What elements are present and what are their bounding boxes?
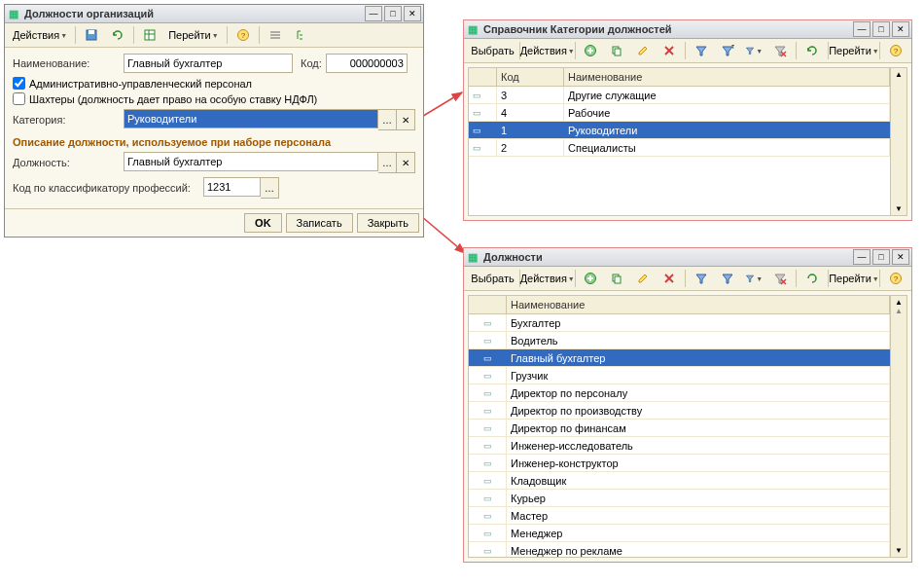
table-row[interactable]: ▭Инженер-исследователь xyxy=(469,437,890,455)
close-button[interactable]: ✕ xyxy=(404,6,421,21)
actions-menu[interactable]: Действия▼ xyxy=(523,268,572,289)
filter1-icon[interactable] xyxy=(689,268,714,289)
category-input[interactable]: Руководители xyxy=(124,109,378,128)
titlebar[interactable]: ▦ Должности — □ ✕ xyxy=(464,248,911,267)
footer: OK Записать Закрыть xyxy=(5,208,423,237)
edit-icon[interactable] xyxy=(630,40,656,61)
table-row[interactable]: ▭Директор по персоналу xyxy=(469,384,890,402)
col-name[interactable]: Наименование xyxy=(564,68,890,86)
table-row[interactable]: ▭Главный бухгалтер xyxy=(469,349,890,367)
table-row[interactable]: ▭Грузчик xyxy=(469,367,890,384)
table-row[interactable]: ▭1Руководители xyxy=(469,122,890,139)
table-row[interactable]: ▭Менеджер по рекламе xyxy=(469,542,890,557)
list-icon[interactable] xyxy=(263,24,288,46)
save-button[interactable]: Записать xyxy=(286,213,353,233)
help-icon[interactable]: ? xyxy=(231,24,256,46)
position-input[interactable]: Главный бухгалтер xyxy=(124,152,378,171)
maximize-button[interactable]: □ xyxy=(872,21,890,37)
close-form-button[interactable]: Закрыть xyxy=(357,213,419,233)
filter-menu-icon[interactable]: ▼ xyxy=(741,268,766,289)
position-label: Должность: xyxy=(13,157,124,168)
position-clear-button[interactable]: ✕ xyxy=(397,152,415,173)
refresh-icon[interactable] xyxy=(105,24,130,46)
filter2-icon[interactable] xyxy=(715,268,740,289)
form: Наименование: Главный бухгалтер Код: 000… xyxy=(5,48,423,208)
help-icon[interactable]: ? xyxy=(883,268,908,289)
position-lookup-button[interactable]: … xyxy=(378,152,397,173)
filter-menu-icon[interactable]: ▼ xyxy=(741,40,766,61)
table-row[interactable]: ▭2Специалисты xyxy=(469,139,890,157)
tree-icon[interactable] xyxy=(289,24,314,46)
chk-miners[interactable]: Шахтеры (должность дает право на особую … xyxy=(13,92,415,105)
col-icon[interactable] xyxy=(469,296,507,313)
delete-icon[interactable] xyxy=(657,40,682,61)
select-button[interactable]: Выбрать xyxy=(467,40,516,61)
table-row[interactable]: ▭Менеджер xyxy=(469,525,890,542)
col-code[interactable]: Код xyxy=(497,68,564,86)
col-name[interactable]: Наименование xyxy=(507,296,890,313)
win-positions-org: ▦ Должности организаций — □ ✕ Действия▼ … xyxy=(4,4,424,238)
title: Должности организаций xyxy=(20,8,363,19)
help-icon[interactable]: ? xyxy=(883,40,908,61)
filter-clear-icon[interactable] xyxy=(767,40,793,61)
svg-text:?: ? xyxy=(240,31,245,40)
add-icon[interactable] xyxy=(578,40,603,61)
filter1-icon[interactable] xyxy=(689,40,714,61)
table-icon: ▦ xyxy=(466,251,480,264)
category-lookup-button[interactable]: … xyxy=(378,109,397,130)
chk-admin[interactable]: Административно-управленческий персонал xyxy=(13,77,415,90)
scrollbar[interactable]: ▲▲▼ xyxy=(890,296,906,557)
delete-icon[interactable] xyxy=(657,268,682,289)
table-row[interactable]: ▭Водитель xyxy=(469,332,890,349)
classifier-lookup-button[interactable]: … xyxy=(261,177,279,199)
close-button[interactable]: ✕ xyxy=(892,21,909,37)
goto-menu[interactable]: Перейти▼ xyxy=(163,24,224,46)
titlebar[interactable]: ▦ Должности организаций — □ ✕ xyxy=(5,5,423,23)
svg-text:?: ? xyxy=(894,47,899,55)
maximize-button[interactable]: □ xyxy=(384,6,402,21)
toolbar: Выбрать Действия▼ ▼ Перейти▼ ? xyxy=(464,267,911,291)
maximize-button[interactable]: □ xyxy=(872,249,890,265)
scrollbar[interactable]: ▲▼ xyxy=(890,68,906,215)
copy-icon[interactable] xyxy=(604,40,629,61)
name-input[interactable]: Главный бухгалтер xyxy=(124,54,293,73)
table-row[interactable]: ▭Инженер-конструктор xyxy=(469,455,890,472)
spreadsheet-icon[interactable] xyxy=(137,24,162,46)
minimize-button[interactable]: — xyxy=(365,6,382,21)
table-row[interactable]: ▭4Рабочие xyxy=(469,104,890,122)
goto-menu[interactable]: Перейти▼ xyxy=(832,40,877,61)
ok-button[interactable]: OK xyxy=(244,213,282,233)
table-row[interactable]: ▭Курьер xyxy=(469,490,890,507)
code-label: Код: xyxy=(301,57,322,69)
table-row[interactable]: ▭Директор по производству xyxy=(469,402,890,420)
add-icon[interactable] xyxy=(578,268,603,289)
goto-menu[interactable]: Перейти▼ xyxy=(832,268,877,289)
code-input[interactable]: 000000003 xyxy=(326,54,408,73)
minimize-button[interactable]: — xyxy=(853,249,871,265)
save-icon[interactable] xyxy=(79,24,104,46)
table-row[interactable]: ▭Кладовщик xyxy=(469,472,890,490)
titlebar[interactable]: ▦ Справочник Категории должностей — □ ✕ xyxy=(464,20,911,39)
edit-icon[interactable] xyxy=(630,268,656,289)
table-row[interactable]: ▭Бухгалтер xyxy=(469,314,890,332)
table-row[interactable]: ▭3Другие служащие xyxy=(469,87,890,104)
filter2-icon[interactable]: T xyxy=(715,40,740,61)
copy-icon[interactable] xyxy=(604,268,629,289)
select-button[interactable]: Выбрать xyxy=(467,268,516,289)
grid-header: Код Наименование xyxy=(469,68,890,87)
minimize-button[interactable]: — xyxy=(853,21,871,37)
actions-menu[interactable]: Действия▼ xyxy=(8,24,72,46)
table-icon: ▦ xyxy=(466,23,480,36)
filter-clear-icon[interactable] xyxy=(767,268,793,289)
refresh-icon[interactable] xyxy=(800,268,825,289)
actions-menu[interactable]: Действия▼ xyxy=(523,40,572,61)
category-clear-button[interactable]: ✕ xyxy=(397,109,415,130)
title: Справочник Категории должностей xyxy=(480,23,851,35)
close-button[interactable]: ✕ xyxy=(892,249,909,265)
svg-rect-1 xyxy=(89,30,94,34)
table-row[interactable]: ▭Мастер xyxy=(469,507,890,525)
classifier-input[interactable]: 1231 xyxy=(203,177,261,197)
table-row[interactable]: ▭Директор по финансам xyxy=(469,420,890,437)
col-icon[interactable] xyxy=(469,68,497,86)
refresh-icon[interactable] xyxy=(800,40,825,61)
